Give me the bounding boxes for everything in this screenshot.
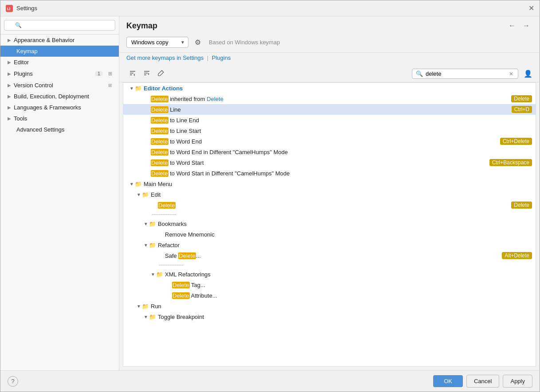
chevron-down-icon: ▼ (143, 314, 149, 319)
tree-row[interactable]: Delete Line Ctrl+D (123, 104, 536, 115)
sidebar-item-label: Appearance & Behavior (14, 37, 74, 43)
sidebar-item-tools[interactable]: ▶ Tools (0, 113, 119, 124)
ok-button[interactable]: OK (433, 375, 463, 387)
tree-row[interactable]: ▼ 📁 Run (123, 301, 536, 311)
chevron-down-icon: ▼ (136, 304, 142, 309)
bottom-actions: OK Cancel Apply (433, 375, 532, 388)
tree-node-label: Refactor (158, 242, 532, 248)
sidebar-item-label: Keymap (16, 48, 38, 54)
chevron-right-icon: ▶ (8, 38, 11, 43)
cancel-button[interactable]: Cancel (466, 375, 499, 388)
tree-node-label: Delete inherited from Delete (151, 96, 511, 102)
tree-node-label: Delete to Line End (151, 117, 532, 124)
folder-icon: 📁 (149, 242, 156, 248)
sidebar-item-label: Advanced Settings (16, 126, 64, 133)
sidebar-item-languages[interactable]: ▶ Languages & Frameworks (0, 102, 119, 113)
app-icon: IJ (6, 5, 13, 12)
collapse-all-button[interactable] (126, 68, 139, 79)
sidebar-item-version-control[interactable]: ▶ Version Control ⊞ (0, 79, 119, 91)
sidebar-item-keymap[interactable]: Keymap (0, 46, 119, 57)
forward-button[interactable]: → (520, 21, 532, 31)
tree-node-label: Bookmarks (158, 221, 532, 227)
help-button[interactable]: ? (8, 376, 18, 387)
tree-row[interactable]: ▼ 📁 Main Menu (123, 179, 536, 189)
folder-icon: 📁 (135, 85, 142, 92)
shortcut-badge: Alt+Delete (502, 252, 532, 259)
chevron-right-icon: ▶ (8, 71, 11, 76)
expand-all-button[interactable] (141, 68, 153, 79)
based-on-text: Based on Windows keymap (209, 39, 280, 46)
shortcut-badge: Ctrl+D (512, 106, 532, 113)
link-separator: | (207, 54, 208, 61)
tree-row[interactable]: ▼ 📁 Editor Actions (123, 83, 536, 93)
keymap-select[interactable]: Windows copy Default Mac OS X (126, 37, 188, 48)
back-button[interactable]: ← (506, 21, 518, 31)
tree-node-label: Delete Tag... (172, 282, 532, 288)
tree-row[interactable]: Delete to Word End in Different "CamelHu… (123, 147, 536, 157)
tree-node-label: Editor Actions (144, 85, 532, 92)
sidebar-item-editor[interactable]: ▶ Editor (0, 57, 119, 68)
search-icon: 🔍 (416, 70, 423, 77)
search-input[interactable] (426, 70, 505, 77)
sidebar-item-label: Tools (14, 115, 27, 122)
chevron-down-icon: ▼ (136, 192, 142, 197)
tree-row[interactable]: Delete Delete (123, 200, 536, 210)
chevron-right-icon: ▶ (8, 94, 11, 99)
get-more-keymaps-link[interactable]: Get more keymaps in Settings (126, 54, 203, 61)
sidebar-search-input[interactable] (4, 20, 115, 31)
chevron-down-icon: ▼ (129, 86, 135, 91)
tree-node-label: Delete to Line Start (151, 128, 532, 134)
tree-row[interactable]: Delete inherited from Delete Delete (123, 93, 536, 104)
sidebar-item-label: Version Control (14, 82, 53, 89)
keymap-settings-button[interactable]: ⚙ (193, 37, 203, 47)
tree-node-label: Run (151, 303, 532, 310)
tree-node-label: Delete (158, 202, 511, 209)
tree-row[interactable]: ▼ 📁 Bookmarks (123, 218, 536, 229)
keymap-controls: Windows copy Default Mac OS X ▼ ⚙ Based … (119, 32, 540, 53)
folder-icon: 📁 (142, 303, 149, 310)
tree-row[interactable]: Safe Delete... Alt+Delete (123, 250, 536, 261)
tree-row[interactable]: Delete to Word End Ctrl+Delete (123, 136, 536, 147)
title-bar: IJ Settings ✕ (0, 0, 540, 16)
tree-node-label: Edit (151, 191, 532, 198)
sidebar-item-build[interactable]: ▶ Build, Execution, Deployment (0, 91, 119, 102)
tree-row[interactable]: Delete to Word Start Ctrl+Backspace (123, 157, 536, 168)
tree-row[interactable]: Delete Tag... (123, 279, 536, 290)
folder-icon: 📁 (149, 314, 156, 320)
sidebar-item-advanced[interactable]: Advanced Settings (0, 124, 119, 135)
tree-row[interactable]: Delete to Line Start (123, 125, 536, 136)
close-button[interactable]: ✕ (528, 5, 534, 12)
find-in-keymap-button[interactable]: 👤 (524, 70, 532, 78)
tree-row[interactable]: ▼ 📁 Edit (123, 189, 536, 200)
shortcut-badge: Ctrl+Backspace (489, 159, 532, 166)
tree-row[interactable]: Delete to Line End (123, 115, 536, 125)
plugins-link[interactable]: Plugins (212, 54, 231, 61)
folder-icon: 📁 (149, 221, 156, 227)
sidebar-item-appearance[interactable]: ▶ Appearance & Behavior (0, 35, 119, 46)
shortcut-badge: Delete (511, 202, 532, 209)
tree-node-label: Delete to Word End in Different "CamelHu… (151, 149, 532, 155)
edit-shortcut-button[interactable] (155, 68, 167, 79)
toolbar: 🔍 ✕ 👤 (119, 66, 540, 82)
keymap-select-wrapper: Windows copy Default Mac OS X ▼ (126, 37, 188, 48)
tree-row[interactable]: ▼ 📁 Refactor (123, 240, 536, 250)
sidebar-item-label: Build, Execution, Deployment (14, 93, 89, 100)
tree-row[interactable]: Remove Mnemonic (123, 229, 536, 240)
shortcut-badge: Delete (511, 95, 532, 102)
apply-button[interactable]: Apply (503, 375, 532, 388)
tree-row[interactable]: Delete to Word Start in Different "Camel… (123, 168, 536, 179)
tree-row[interactable]: ▼ 📁 Toggle Breakpoint (123, 311, 536, 322)
tree-node-label: Delete Line (151, 106, 512, 113)
chevron-down-icon: ▼ (143, 221, 149, 226)
right-panel: Keymap ← → Windows copy Default Mac OS X… (119, 16, 540, 370)
tree-row[interactable]: Delete Attribute... (123, 290, 536, 301)
tree-node-label: Safe Delete... (165, 252, 502, 259)
sidebar: ▶ Appearance & Behavior Keymap ▶ Editor … (0, 16, 119, 370)
tree-node-label: Toggle Breakpoint (158, 314, 532, 320)
tree-node-label: Delete to Word End (151, 138, 500, 145)
tree-container[interactable]: ▼ 📁 Editor Actions Delete inherited from… (123, 82, 536, 367)
search-clear-button[interactable]: ✕ (508, 71, 514, 77)
sidebar-item-plugins[interactable]: ▶ Plugins 1 ⊞ (0, 68, 119, 79)
tree-row[interactable]: ▼ 📁 XML Refactorings (123, 269, 536, 279)
chevron-right-icon: ▶ (8, 105, 11, 110)
